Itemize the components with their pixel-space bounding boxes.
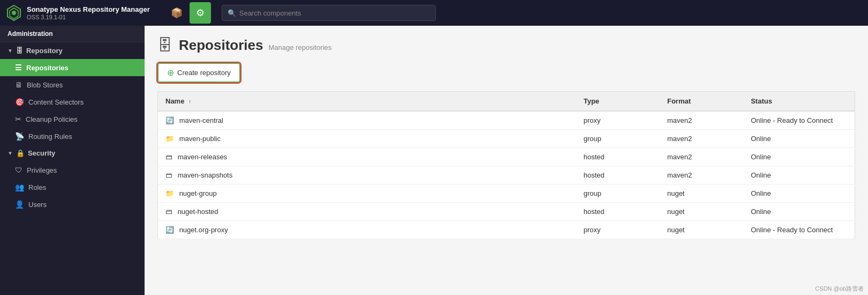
repo-type-icon: 🗃 [165,208,172,216]
cell-name-3: 🗃 maven-snapshots [158,166,576,185]
table-header-row: Name ↑ Type Format Status [158,92,855,112]
table-row[interactable]: 🗃 maven-releases hosted maven2 Online [158,148,855,166]
cleanup-icon: ✂ [15,115,21,123]
col-header-format[interactable]: Format [660,92,743,112]
repo-name-0: maven-central [179,116,223,124]
svg-point-2 [12,11,16,15]
repo-group-label: Repository [26,47,63,55]
blob-stores-icon: 🖥 [15,80,22,89]
cell-format-0: maven2 [660,111,743,130]
sidebar-item-privileges-label: Privileges [27,166,57,174]
page-title-block: Repositories Manage repositories [179,37,331,54]
sidebar-item-roles[interactable]: 👥 Roles [0,179,145,196]
repo-name-5: nuget-hosted [178,208,218,216]
create-repository-label: Create repository [177,69,231,77]
cell-name-4: 📁 nuget-group [158,185,576,203]
security-group-label: Security [28,149,55,157]
cell-name-1: 📁 maven-public [158,130,576,148]
create-plus-icon: ⊕ [167,68,174,78]
create-repository-button[interactable]: ⊕ Create repository [157,63,240,83]
sidebar-item-cleanup-policies[interactable]: ✂ Cleanup Policies [0,110,145,128]
content-area: 🗄 Repositories Manage repositories ⊕ Cre… [145,26,868,295]
sort-arrow-icon: ↑ [188,99,191,105]
table-row[interactable]: 🔄 nuget.org-proxy proxy nuget Online - R… [158,221,855,239]
cell-name-0: 🔄 maven-central [158,111,576,130]
content-inner: 🗄 Repositories Manage repositories ⊕ Cre… [145,26,868,295]
sidebar-item-cleanup-policies-label: Cleanup Policies [26,115,78,123]
cell-type-4: group [576,185,660,203]
cell-name-5: 🗃 nuget-hosted [158,203,576,221]
cell-name-2: 🗃 maven-releases [158,148,576,166]
cell-type-1: group [576,130,660,148]
cell-status-1: Online [743,130,855,148]
sidebar-item-routing-rules[interactable]: 📡 Routing Rules [0,128,145,145]
cell-format-5: nuget [660,203,743,221]
sidebar-item-blob-stores[interactable]: 🖥 Blob Stores [0,76,145,93]
col-header-name[interactable]: Name ↑ [158,92,576,112]
sidebar-item-repositories[interactable]: ☰ Repositories [0,59,145,76]
cell-format-1: maven2 [660,130,743,148]
repo-type-icon: 🔄 [165,226,174,234]
cell-status-4: Online [743,185,855,203]
col-status-label: Status [751,97,772,105]
table-row[interactable]: 📁 nuget-group group nuget Online [158,185,855,203]
repo-name-1: maven-public [179,135,221,143]
sidebar-item-blob-stores-label: Blob Stores [27,81,63,89]
app-logo: Sonatype Nexus Repository Manager OSS 3.… [5,4,150,21]
cell-format-4: nuget [660,185,743,203]
col-header-status[interactable]: Status [743,92,855,112]
cell-status-5: Online [743,203,855,221]
search-input[interactable] [239,9,430,17]
security-triangle-icon: ▼ [7,150,13,156]
main-layout: Administration ▼ 🗄 Repository ☰ Reposito… [0,26,868,295]
table-row[interactable]: 🗃 nuget-hosted hosted nuget Online [158,203,855,221]
cell-type-2: hosted [576,148,660,166]
sidebar-group-security[interactable]: ▼ 🔒 Security [0,145,145,161]
sidebar: Administration ▼ 🗄 Repository ☰ Reposito… [0,26,145,295]
sidebar-group-repository[interactable]: ▼ 🗄 Repository [0,42,145,59]
settings-nav-button[interactable]: ⚙ [190,2,211,24]
cell-type-5: hosted [576,203,660,221]
cell-type-0: proxy [576,111,660,130]
cell-status-6: Online - Ready to Connect [743,221,855,239]
cell-status-3: Online [743,166,855,185]
sidebar-item-content-selectors[interactable]: 🎯 Content Selectors [0,93,145,110]
table-body: 🔄 maven-central proxy maven2 Online - Re… [158,111,855,239]
table-row[interactable]: 📁 maven-public group maven2 Online [158,130,855,148]
routing-rules-icon: 📡 [15,132,24,141]
sidebar-admin-header: Administration [0,26,145,42]
app-subtitle: OSS 3.19.1-01 [27,14,150,20]
sidebar-item-users[interactable]: 👤 Users [0,196,145,213]
col-format-label: Format [667,97,691,105]
repositories-icon: ☰ [15,63,22,72]
table-row[interactable]: 🔄 maven-central proxy maven2 Online - Re… [158,111,855,130]
nexus-logo-icon [5,4,22,21]
col-name-label: Name [165,97,184,105]
browse-nav-button[interactable]: 📦 [166,2,187,24]
roles-icon: 👥 [15,183,24,191]
page-title: Repositories [179,37,263,54]
repo-name-6: nuget.org-proxy [179,226,228,234]
col-type-label: Type [584,97,599,105]
repo-name-2: maven-releases [178,153,228,161]
users-icon: 👤 [15,200,24,209]
cell-format-3: maven2 [660,166,743,185]
triangle-icon: ▼ [7,48,13,54]
cell-status-2: Online [743,148,855,166]
repo-type-icon: 🗃 [165,153,172,161]
table-row[interactable]: 🗃 maven-snapshots hosted maven2 Online [158,166,855,185]
repo-type-icon: 🔄 [165,116,174,124]
cell-type-3: hosted [576,166,660,185]
search-icon: 🔍 [228,9,236,17]
repo-name-3: maven-snapshots [178,171,233,179]
page-subtitle: Manage repositories [269,43,332,51]
content-selectors-icon: 🎯 [15,98,24,106]
page-header: 🗄 Repositories Manage repositories [157,36,855,54]
page-title-icon: 🗄 [157,36,172,54]
col-header-type[interactable]: Type [576,92,660,112]
nav-icons: 📦 ⚙ [166,2,211,24]
sidebar-item-privileges[interactable]: 🛡 Privileges [0,161,145,179]
privileges-icon: 🛡 [15,166,22,174]
cell-format-6: nuget [660,221,743,239]
cell-type-6: proxy [576,221,660,239]
